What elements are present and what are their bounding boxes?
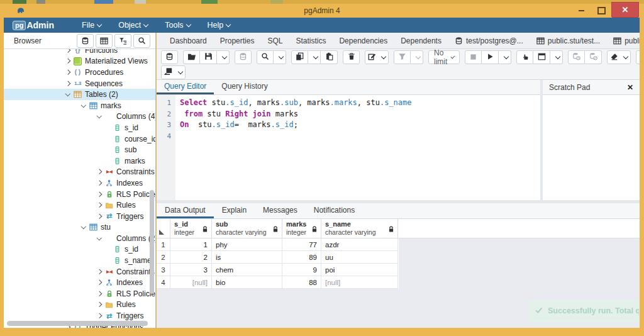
rollback-button[interactable] bbox=[585, 50, 602, 64]
copy-button[interactable] bbox=[291, 50, 308, 64]
menu-help[interactable]: Help bbox=[208, 21, 231, 30]
chevron-collapsed-icon[interactable] bbox=[64, 69, 72, 76]
menu-file[interactable]: File bbox=[82, 21, 101, 30]
tree-item-constraints[interactable]: ▶◀Constraints bbox=[4, 167, 155, 178]
explain-button[interactable] bbox=[516, 50, 533, 64]
tree-item-columns-4-[interactable]: Columns (4) bbox=[4, 111, 155, 123]
chevron-expanded-icon[interactable] bbox=[80, 223, 87, 231]
tree-item-functions[interactable]: {}Functions bbox=[4, 49, 155, 56]
find-button[interactable] bbox=[257, 50, 274, 64]
tree-item-sub[interactable]: sub bbox=[4, 144, 155, 155]
cell-s_name[interactable]: uu bbox=[321, 251, 398, 264]
tree-item-indexes[interactable]: Indexes bbox=[4, 277, 155, 288]
menu-tools[interactable]: Tools bbox=[165, 21, 190, 30]
chevron-collapsed-icon[interactable] bbox=[64, 57, 72, 65]
chevron-collapsed-icon[interactable] bbox=[96, 201, 103, 209]
cell-s_name[interactable]: azdr bbox=[321, 238, 398, 251]
chevron-expanded-icon[interactable] bbox=[96, 235, 103, 242]
chevron-collapsed-icon[interactable] bbox=[96, 290, 103, 298]
macros-button[interactable] bbox=[161, 65, 186, 79]
cell-marks[interactable]: 89 bbox=[282, 251, 321, 264]
minimize-button[interactable] bbox=[571, 4, 591, 18]
cell-marks[interactable]: 77 bbox=[282, 238, 321, 251]
tab-properties[interactable]: Properties bbox=[220, 36, 255, 45]
filter-tree-button[interactable] bbox=[114, 34, 131, 48]
chevron-collapsed-icon[interactable] bbox=[96, 191, 103, 198]
tab-messages[interactable]: Messages bbox=[255, 203, 306, 218]
paste-button[interactable] bbox=[321, 50, 338, 64]
edit-button[interactable] bbox=[365, 50, 389, 64]
column-header-sub[interactable]: subcharacter varying bbox=[212, 219, 282, 238]
search-objects-button[interactable] bbox=[133, 34, 150, 48]
filter-button[interactable] bbox=[394, 50, 411, 64]
cell-s_id[interactable]: 2 bbox=[170, 251, 212, 264]
tree-item-materialized-views[interactable]: Materialized Views bbox=[4, 56, 155, 67]
tab-dashboard[interactable]: Dashboard bbox=[170, 36, 207, 45]
tree-item-columns-2-[interactable]: Columns (2) bbox=[4, 233, 155, 244]
row-limit-select[interactable]: No limit bbox=[428, 50, 460, 64]
tab-public-stu-test-[interactable]: public.stu/test... bbox=[536, 36, 600, 45]
chevron-collapsed-icon[interactable] bbox=[96, 168, 103, 176]
execute-button[interactable] bbox=[482, 50, 499, 64]
column-header-marks[interactable]: marksinteger bbox=[282, 219, 321, 238]
chevron-collapsed-icon[interactable] bbox=[96, 312, 103, 320]
cell-sub[interactable]: chem bbox=[212, 264, 282, 276]
tree-item-s-id[interactable]: s_id bbox=[4, 122, 155, 133]
download-csv-button[interactable] bbox=[636, 50, 640, 64]
chevron-collapsed-icon[interactable] bbox=[96, 213, 103, 220]
chevron-collapsed-icon[interactable] bbox=[64, 49, 72, 54]
tab-test-postgres-[interactable]: test/postgres@... bbox=[455, 36, 523, 45]
chevron-expanded-icon[interactable] bbox=[80, 102, 87, 109]
cell-marks[interactable]: 9 bbox=[282, 264, 321, 276]
row-number[interactable]: 3 bbox=[157, 264, 170, 276]
tree-item-stu[interactable]: stu bbox=[4, 222, 155, 233]
tab-dependents[interactable]: Dependents bbox=[401, 36, 441, 45]
chevron-collapsed-icon[interactable] bbox=[96, 301, 103, 308]
find-options-button[interactable] bbox=[274, 50, 286, 64]
tree-item-constraints[interactable]: ▶◀Constraints bbox=[4, 266, 155, 277]
tree-item-marks[interactable]: marks bbox=[4, 100, 155, 111]
column-header-s_name[interactable]: s_namecharacter varying bbox=[321, 219, 398, 238]
chevron-expanded-icon[interactable] bbox=[96, 113, 103, 120]
tree-item-s-name[interactable]: s_name bbox=[4, 255, 155, 266]
cell-sub[interactable]: is bbox=[212, 251, 282, 264]
execute-options-button[interactable] bbox=[499, 50, 511, 64]
row-number[interactable]: 1 bbox=[157, 238, 170, 251]
chevron-collapsed-icon[interactable] bbox=[96, 279, 103, 286]
tab-explain[interactable]: Explain bbox=[214, 203, 255, 218]
copy-options-button[interactable] bbox=[308, 50, 321, 64]
tree-item-rls-policies[interactable]: RLS Policies bbox=[4, 189, 155, 200]
chevron-collapsed-icon[interactable] bbox=[64, 80, 72, 87]
stop-button[interactable] bbox=[465, 50, 482, 64]
tree-item-rules[interactable]: Rules bbox=[4, 300, 155, 311]
sql-editor[interactable]: 1234 Select stu.s_id, marks.sub, marks.m… bbox=[157, 95, 540, 200]
row-number[interactable]: 4 bbox=[157, 276, 170, 289]
maximize-button[interactable] bbox=[591, 4, 611, 18]
cell-s_id[interactable]: [null] bbox=[170, 276, 212, 289]
new-query-tool-button[interactable] bbox=[161, 50, 178, 64]
tab-public-mai[interactable]: public.mai bbox=[613, 36, 640, 45]
cell-s_id[interactable]: 1 bbox=[170, 238, 212, 251]
commit-button[interactable] bbox=[568, 50, 585, 64]
scratch-pad-content[interactable] bbox=[543, 95, 640, 200]
tab-statistics[interactable]: Statistics bbox=[296, 36, 326, 45]
tree-item-rls-policies[interactable]: RLS Policies bbox=[4, 288, 155, 300]
cell-s_name[interactable]: [null] bbox=[321, 276, 398, 289]
tree-item-triggers[interactable]: ⇄Triggers bbox=[4, 310, 155, 322]
save-options-button[interactable] bbox=[217, 50, 230, 64]
explain-options-button[interactable] bbox=[550, 50, 563, 64]
tree-item-tables-2-[interactable]: Tables (2) bbox=[4, 89, 155, 100]
tab-sql[interactable]: SQL bbox=[267, 36, 282, 45]
tree-item-s-id[interactable]: s_id bbox=[4, 244, 155, 255]
grid-view-button[interactable] bbox=[96, 34, 113, 48]
add-server-button[interactable] bbox=[77, 34, 94, 48]
chevron-collapsed-icon[interactable] bbox=[96, 179, 103, 187]
select-all-corner[interactable] bbox=[157, 219, 170, 238]
tab-dependencies[interactable]: Dependencies bbox=[339, 36, 387, 45]
column-header-s_id[interactable]: s_idinteger bbox=[170, 219, 212, 238]
tree-item-marks[interactable]: marks bbox=[4, 155, 155, 167]
close-button[interactable]: ✕ bbox=[611, 2, 639, 18]
chevron-expanded-icon[interactable] bbox=[64, 91, 72, 98]
explain-analyze-button[interactable] bbox=[533, 50, 550, 64]
cell-marks[interactable]: 88 bbox=[282, 276, 321, 289]
